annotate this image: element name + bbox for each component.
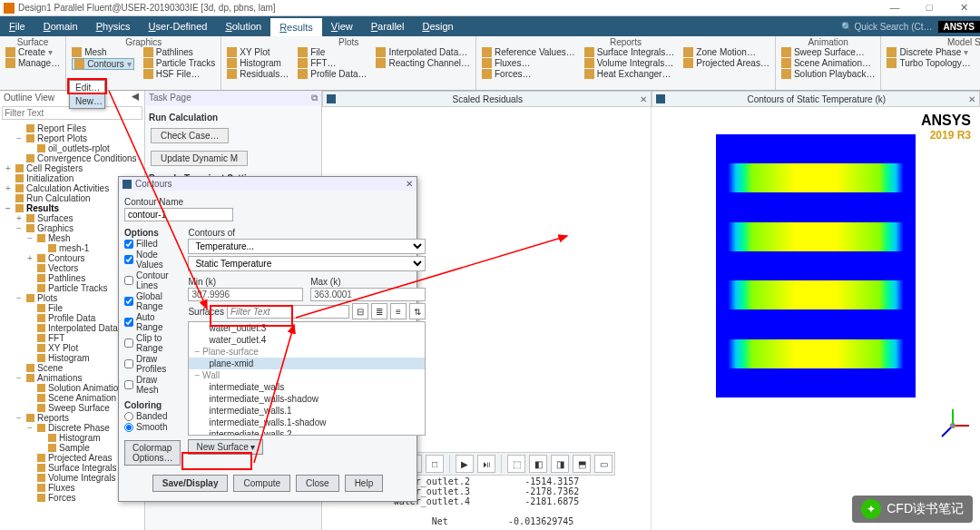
taskpage-detach-icon[interactable]: ⧉ xyxy=(311,93,318,103)
surf-select-all-icon[interactable]: ≣ xyxy=(371,303,387,319)
update-dynamic-button[interactable]: Update Dynamic M xyxy=(151,151,248,166)
ribbon-pathlines[interactable]: Pathlines xyxy=(143,47,216,57)
compute-button[interactable]: Compute xyxy=(233,475,290,492)
surf-invert-icon[interactable]: ⇅ xyxy=(409,303,426,319)
ribbon-hsf-file-[interactable]: HSF File… xyxy=(143,69,216,79)
tab-contours[interactable]: Contours of Static Temperature (k) ✕ xyxy=(652,91,981,107)
menu-design[interactable]: Design xyxy=(413,16,462,36)
view-tool-9[interactable]: ⬒ xyxy=(573,455,591,473)
opt-filled[interactable]: Filled xyxy=(124,239,181,249)
tree-oil-outlets-rplot[interactable]: oil_outlets-rplot xyxy=(2,143,142,153)
close-button[interactable]: ✕ xyxy=(951,2,976,14)
ribbon-turbo-topology-[interactable]: Turbo Topology… xyxy=(887,58,970,68)
surface-intermediate-walls-1[interactable]: intermediate_walls.1 xyxy=(189,405,424,417)
ribbon-scene-animation-[interactable]: Scene Animation… xyxy=(781,58,876,68)
tree-cell-registers[interactable]: +Cell Registers xyxy=(2,163,142,173)
tree-convergence-conditions[interactable]: Convergence Conditions xyxy=(2,153,142,163)
opt-clip-to-range[interactable]: Clip to Range xyxy=(124,333,181,353)
ribbon-reacting-channel-[interactable]: Reacting Channel… xyxy=(376,58,470,68)
surface-wall[interactable]: − Wall xyxy=(189,369,424,381)
save-display-button[interactable]: Save/Display xyxy=(152,475,229,492)
surf-toggle-tree-icon[interactable]: ⊟ xyxy=(352,303,368,319)
check-case-button[interactable]: Check Case… xyxy=(151,128,229,143)
ribbon-interpolated-data-[interactable]: Interpolated Data… xyxy=(376,47,470,57)
surface-intermediate-walls[interactable]: intermediate_walls xyxy=(189,381,424,393)
ribbon-contours[interactable]: Contours ▾ xyxy=(72,58,134,70)
ribbon-xy-plot[interactable]: XY Plot xyxy=(227,47,289,57)
opt-auto-range[interactable]: Auto Range xyxy=(124,312,181,332)
tab-close-icon[interactable]: ✕ xyxy=(968,94,975,104)
surface-intermediate-walls-shadow[interactable]: intermediate_walls-shadow xyxy=(189,393,424,405)
ribbon-zone-motion-[interactable]: Zone Motion… xyxy=(683,47,769,57)
surface-plane-surface[interactable]: − Plane-surface xyxy=(189,346,424,358)
variable-select[interactable]: Static Temperature xyxy=(188,256,425,271)
ribbon-manage-[interactable]: Manage… xyxy=(5,58,60,68)
opt-global-range[interactable]: Global Range xyxy=(124,291,181,311)
ribbon-fft-[interactable]: FFT… xyxy=(298,58,367,68)
menu-view[interactable]: View xyxy=(322,16,362,36)
tab-scaled-residuals[interactable]: Scaled Residuals ✕ xyxy=(322,91,652,107)
menu-physics[interactable]: Physics xyxy=(87,16,140,36)
surface-water-outlet-3[interactable]: water_outlet.3 xyxy=(189,322,424,334)
ribbon-solution-playback-[interactable]: Solution Playback… xyxy=(781,69,876,79)
menu-edit[interactable]: Edit… xyxy=(70,81,104,94)
view-tool-3[interactable]: □ xyxy=(426,455,444,473)
contour-name-input[interactable] xyxy=(124,208,233,221)
ribbon-profile-data-[interactable]: Profile Data… xyxy=(298,69,367,79)
menu-parallel[interactable]: Parallel xyxy=(362,16,414,36)
view-tool-4[interactable]: ▶ xyxy=(456,455,474,473)
ribbon-mesh[interactable]: Mesh xyxy=(72,47,134,57)
outline-collapse-icon[interactable]: ⯇ xyxy=(132,93,141,103)
menu-user-defined[interactable]: User-Defined xyxy=(140,16,217,36)
ribbon-discrete-phase[interactable]: Discrete Phase ▾ xyxy=(887,47,970,57)
view-tool-5[interactable]: ⏯ xyxy=(477,455,495,473)
ribbon-sweep-surface-[interactable]: Sweep Surface… xyxy=(781,47,876,57)
tab-close-icon[interactable]: ✕ xyxy=(640,94,647,104)
quick-search[interactable]: 🔍 Quick Search (Ct… xyxy=(841,22,933,32)
ribbon-surface-integrals-[interactable]: Surface Integrals… xyxy=(584,47,675,57)
tree-report-plots[interactable]: −Report Plots xyxy=(2,133,142,143)
dialog-close-icon[interactable]: ✕ xyxy=(406,179,413,189)
ribbon-projected-areas-[interactable]: Projected Areas… xyxy=(683,58,769,68)
tree-report-files[interactable]: Report Files xyxy=(2,123,142,133)
surface-plane-xmid[interactable]: plane-xmid xyxy=(189,358,424,369)
menu-file[interactable]: File xyxy=(0,16,34,36)
ribbon-histogram[interactable]: Histogram xyxy=(227,58,289,68)
surface-intermediate-walls-1-shadow[interactable]: intermediate_walls.1-shadow xyxy=(189,417,424,428)
maximize-button[interactable]: □ xyxy=(916,2,942,14)
ribbon-residuals-[interactable]: Residuals… xyxy=(227,69,289,79)
new-surface-button[interactable]: New Surface ▾ xyxy=(188,439,263,455)
view-tool-8[interactable]: ◨ xyxy=(551,455,569,473)
variable-category-select[interactable]: Temperature... xyxy=(188,239,425,254)
ribbon-particle-tracks[interactable]: Particle Tracks xyxy=(143,58,216,68)
ribbon-create[interactable]: Create ▾ xyxy=(5,47,60,57)
menu-solution[interactable]: Solution xyxy=(216,16,270,36)
view-tool-7[interactable]: ◧ xyxy=(529,455,547,473)
minimize-button[interactable]: — xyxy=(882,2,907,14)
surface-intermediate-walls-2[interactable]: intermediate_walls.2 xyxy=(189,428,424,436)
opt-node-values[interactable]: Node Values xyxy=(124,250,181,270)
surface-water-outlet-4[interactable]: water_outlet.4 xyxy=(189,334,424,346)
orientation-triad[interactable] xyxy=(935,407,971,448)
ribbon-reference-values-[interactable]: Reference Values… xyxy=(482,47,575,57)
opt-contour-lines[interactable]: Contour Lines xyxy=(124,270,181,290)
coloring-smooth[interactable]: Smooth xyxy=(124,422,181,432)
close-button[interactable]: Close xyxy=(296,475,339,492)
help-button[interactable]: Help xyxy=(345,475,384,492)
surfaces-filter-input[interactable] xyxy=(227,305,349,319)
view-tool-6[interactable]: ⬚ xyxy=(507,455,525,473)
ribbon-fluxes-[interactable]: Fluxes… xyxy=(482,58,575,68)
ribbon-heat-exchanger-[interactable]: Heat Exchanger… xyxy=(584,69,675,79)
coloring-banded[interactable]: Banded xyxy=(124,411,181,421)
menu-results[interactable]: Results xyxy=(270,16,322,36)
view-tool-10[interactable]: ▭ xyxy=(594,455,612,473)
opt-draw-mesh[interactable]: Draw Mesh xyxy=(124,375,181,395)
menu-domain[interactable]: Domain xyxy=(34,16,87,36)
ribbon-forces-[interactable]: Forces… xyxy=(482,69,575,79)
surf-deselect-icon[interactable]: ≡ xyxy=(390,303,407,319)
opt-draw-profiles[interactable]: Draw Profiles xyxy=(124,354,181,374)
colormap-options-button[interactable]: Colormap Options… xyxy=(124,440,181,466)
ribbon-file[interactable]: File xyxy=(298,47,367,57)
menu-new[interactable]: New… xyxy=(70,94,104,108)
ribbon-volume-integrals-[interactable]: Volume Integrals… xyxy=(584,58,675,68)
